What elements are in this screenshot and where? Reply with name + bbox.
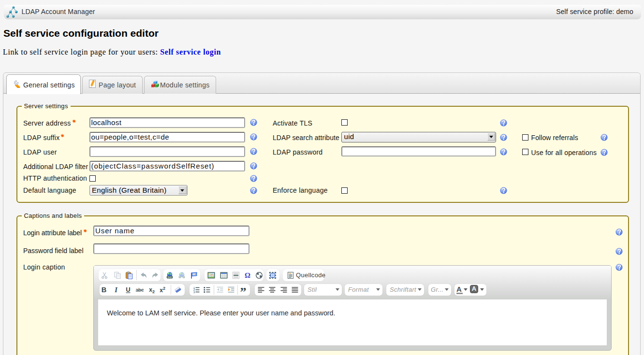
svg-text:Ω: Ω xyxy=(244,271,250,279)
svg-text:2: 2 xyxy=(163,286,165,291)
svg-text:U: U xyxy=(126,286,130,293)
svg-text:I: I xyxy=(114,286,118,294)
svg-text:3: 3 xyxy=(193,291,195,294)
svg-text:B: B xyxy=(101,286,106,294)
svg-text:”: ” xyxy=(240,286,246,294)
svg-text:2: 2 xyxy=(152,289,154,294)
svg-text:abe: abe xyxy=(136,287,144,293)
